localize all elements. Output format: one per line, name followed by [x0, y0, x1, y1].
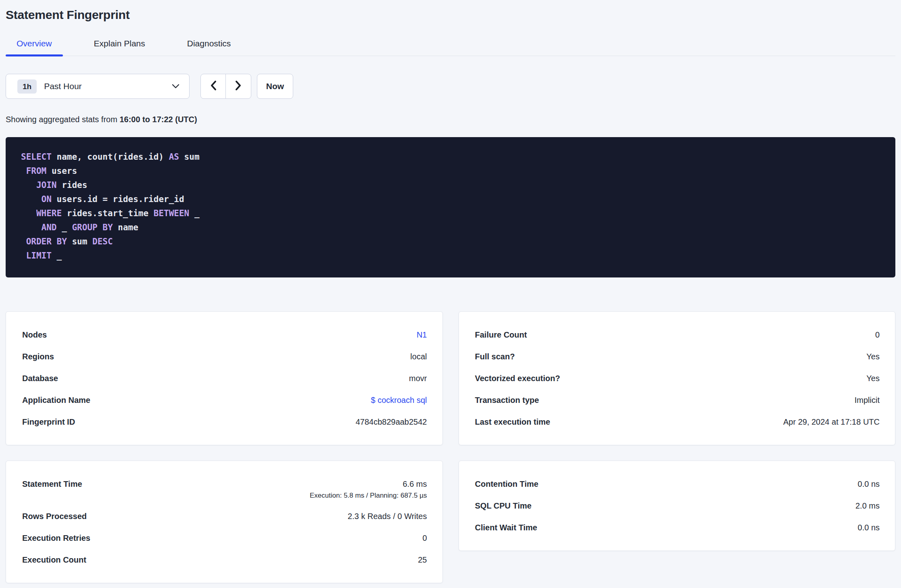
- sql-text: name, count(rides.id): [52, 152, 169, 162]
- row-label: Transaction type: [475, 396, 539, 405]
- chevron-left-icon: [210, 80, 217, 92]
- stats-cards-grid: NodesN1RegionslocalDatabasemovrApplicati…: [6, 311, 895, 583]
- chevron-right-icon: [235, 80, 242, 92]
- aggregated-stats-range: 16:00 to 17:22 (UTC): [119, 115, 197, 124]
- row-label: Contention Time: [475, 480, 538, 489]
- sql-text: [21, 251, 26, 261]
- row-value-link[interactable]: $ cockroach sql: [371, 396, 427, 405]
- sql-text: name: [113, 223, 138, 232]
- sql-keyword: BETWEEN: [154, 209, 190, 218]
- time-range-badge: 1h: [17, 79, 37, 94]
- row-label: Execution Count: [22, 555, 86, 565]
- sql-text: [21, 223, 42, 232]
- sql-text: [21, 180, 36, 190]
- page-title: Statement Fingerprint: [6, 0, 895, 22]
- row-label: Regions: [22, 352, 54, 361]
- row-label: Execution Retries: [22, 534, 90, 543]
- sql-text: rides.start_time: [62, 209, 154, 218]
- sql-text: _: [189, 209, 199, 218]
- row-value-link[interactable]: N1: [417, 330, 427, 340]
- row-value-detail: Execution: 5.8 ms / Planning: 687.5 µs: [310, 492, 427, 500]
- sql-keyword: FROM: [26, 166, 47, 176]
- time-controls: 1h Past Hour Now: [6, 74, 895, 99]
- sql-text: [21, 194, 42, 204]
- card-timing-right: Contention Time0.0 nsSQL CPU Time2.0 msC…: [459, 461, 896, 551]
- row-value: local: [410, 352, 427, 361]
- aggregated-stats-prefix: Showing aggregated stats from: [6, 115, 119, 124]
- row-value: 0.0 ns: [858, 523, 880, 532]
- sql-keyword: SELECT: [21, 152, 52, 162]
- row-value: Yes: [866, 374, 880, 383]
- sql-statement-box: SELECT name, count(rides.id) AS sum FROM…: [6, 137, 895, 277]
- tab-bar: OverviewExplain PlansDiagnostics: [6, 39, 895, 56]
- row-label: Failure Count: [475, 330, 527, 340]
- row-value: 4784cb829aab2542: [356, 417, 427, 427]
- sql-keyword: AS: [169, 152, 179, 162]
- row-value: Apr 29, 2024 at 17:18 UTC: [783, 417, 880, 427]
- aggregated-stats-caption: Showing aggregated stats from 16:00 to 1…: [6, 115, 895, 124]
- sql-text: [21, 209, 36, 218]
- sql-text: users: [46, 166, 77, 176]
- card-row: Last execution timeApr 29, 2024 at 17:18…: [475, 411, 880, 433]
- card-row: Fingerprint ID4784cb829aab2542: [22, 411, 427, 433]
- now-button[interactable]: Now: [257, 74, 293, 99]
- sql-keyword: GROUP BY: [72, 223, 113, 232]
- row-label: Nodes: [22, 330, 47, 340]
- card-details-left: NodesN1RegionslocalDatabasemovrApplicati…: [6, 311, 443, 445]
- tab-overview[interactable]: Overview: [6, 39, 63, 56]
- time-range-picker[interactable]: 1h Past Hour: [6, 74, 190, 99]
- row-label: Full scan?: [475, 352, 515, 361]
- card-row: Transaction typeImplicit: [475, 389, 880, 411]
- card-row: Rows Processed2.3 k Reads / 0 Writes: [22, 505, 427, 527]
- card-row: Vectorized execution?Yes: [475, 367, 880, 389]
- row-value: 0.0 ns: [858, 480, 880, 489]
- sql-keyword: JOIN: [36, 180, 57, 190]
- row-label: Rows Processed: [22, 512, 87, 521]
- time-range-label: Past Hour: [44, 81, 81, 91]
- card-timing-left: Statement Time6.6 msExecution: 5.8 ms / …: [6, 461, 443, 583]
- row-value: 25: [418, 555, 427, 565]
- card-row: Client Wait Time0.0 ns: [475, 517, 880, 538]
- card-row: Execution Count25: [22, 549, 427, 571]
- card-row: Statement Time6.6 msExecution: 5.8 ms / …: [22, 473, 427, 505]
- sql-text: users.id = rides.rider_id: [52, 194, 184, 204]
- time-window-pager: [200, 74, 251, 99]
- card-row: Regionslocal: [22, 346, 427, 367]
- row-label: Statement Time: [22, 473, 82, 495]
- sql-text: [21, 166, 26, 176]
- card-details-right: Failure Count0Full scan?YesVectorized ex…: [459, 311, 896, 445]
- sql-keyword: AND: [42, 223, 57, 232]
- card-row: Contention Time0.0 ns: [475, 473, 880, 495]
- statement-fingerprint-page: Statement Fingerprint OverviewExplain Pl…: [0, 0, 901, 588]
- row-value: 2.0 ms: [855, 501, 880, 511]
- row-label: Database: [22, 374, 58, 383]
- sql-keyword: WHERE: [36, 209, 62, 218]
- row-label: SQL CPU Time: [475, 501, 532, 511]
- row-label: Client Wait Time: [475, 523, 537, 532]
- card-row: NodesN1: [22, 324, 427, 346]
- row-value: 2.3 k Reads / 0 Writes: [348, 512, 427, 521]
- row-value: Yes: [866, 352, 880, 361]
- card-row: Failure Count0: [475, 324, 880, 346]
- card-row: Execution Retries0: [22, 527, 427, 549]
- row-label: Vectorized execution?: [475, 374, 560, 383]
- sql-text: rides: [57, 180, 88, 190]
- sql-text: sum: [179, 152, 200, 162]
- card-row: Application Name$ cockroach sql: [22, 389, 427, 411]
- sql-text: _: [52, 251, 62, 261]
- sql-text: sum: [67, 237, 92, 246]
- tab-diagnostics[interactable]: Diagnostics: [176, 39, 242, 56]
- sql-text: [21, 237, 26, 246]
- row-value: movr: [409, 374, 427, 383]
- row-value: Implicit: [855, 396, 880, 405]
- row-value-group: 6.6 msExecution: 5.8 ms / Planning: 687.…: [310, 473, 427, 500]
- sql-statement-text: SELECT name, count(rides.id) AS sum FROM…: [21, 150, 880, 263]
- tab-explain-plans[interactable]: Explain Plans: [83, 39, 156, 56]
- sql-keyword: ORDER BY: [26, 237, 67, 246]
- sql-keyword: ON: [42, 194, 52, 204]
- next-time-window-button[interactable]: [226, 74, 251, 98]
- card-row: Databasemovr: [22, 367, 427, 389]
- previous-time-window-button[interactable]: [201, 74, 226, 98]
- sql-text: _: [57, 223, 72, 232]
- card-row: Full scan?Yes: [475, 346, 880, 367]
